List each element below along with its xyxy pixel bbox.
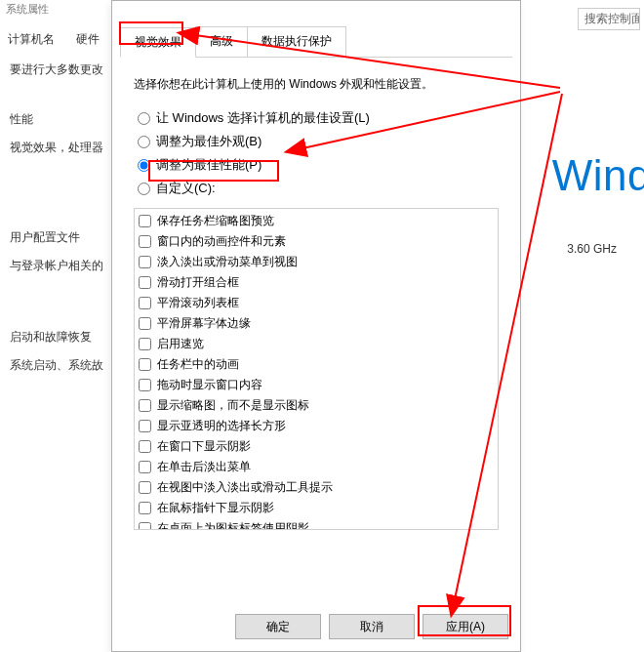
radio-best-appearance-input[interactable] [138,136,150,148]
checkbox-input[interactable] [139,502,151,514]
checkbox-label: 在桌面上为图标标签使用阴影 [157,520,309,530]
checkbox-item[interactable]: 显示亚透明的选择长方形 [139,416,494,436]
checkbox-input[interactable] [139,522,151,530]
checkbox-input[interactable] [139,358,151,371]
windows-brand-text: Wind [552,151,644,200]
checkbox-input[interactable] [139,235,151,248]
bg-title: 系统属性 [6,2,49,17]
checkbox-input[interactable] [139,481,151,494]
bg-group-startup-title: 启动和故障恢复 [10,326,103,348]
checkbox-label: 淡入淡出或滑动菜单到视图 [157,254,298,270]
checkbox-label: 滑动打开组合框 [157,274,239,291]
radio-best-appearance-label: 调整为最佳外观(B) [156,133,262,150]
radio-custom-input[interactable] [138,183,150,195]
bg-tab-computer-name[interactable]: 计算机名 [0,27,62,52]
bg-tab-hardware[interactable]: 硬件 [68,27,107,52]
bg-group-user-title: 用户配置文件 [10,226,103,249]
radio-auto-label: 让 Windows 选择计算机的最佳设置(L) [156,109,370,127]
checkbox-label: 启用速览 [157,336,204,352]
checkbox-item[interactable]: 拖动时显示窗口内容 [139,375,494,395]
checkbox-input[interactable] [139,317,151,330]
radio-custom[interactable]: 自定义(C): [136,177,501,200]
checkbox-item[interactable]: 窗口内的动画控件和元素 [139,231,494,252]
checkbox-input[interactable] [139,440,151,453]
bg-group-user-line: 与登录帐户相关的 [10,255,103,277]
checkbox-input[interactable] [139,297,151,309]
checkbox-label: 在鼠标指针下显示阴影 [157,500,274,516]
radio-best-appearance[interactable]: 调整为最佳外观(B) [136,130,501,153]
checkbox-label: 显示缩略图，而不是显示图标 [157,397,309,414]
checkbox-list[interactable]: 保存任务栏缩略图预览窗口内的动画控件和元素淡入淡出或滑动菜单到视图滑动打开组合框… [134,208,499,530]
checkbox-input[interactable] [139,338,151,350]
checkbox-item[interactable]: 任务栏中的动画 [139,354,494,375]
radio-group: 让 Windows 选择计算机的最佳设置(L) 调整为最佳外观(B) 调整为最佳… [136,106,501,200]
button-bar: 确定 取消 应用(A) [235,614,508,639]
checkbox-input[interactable] [139,461,151,473]
dialog-description: 选择你想在此计算机上使用的 Windows 外观和性能设置。 [134,75,499,93]
cancel-button[interactable]: 取消 [329,614,415,639]
checkbox-input[interactable] [139,399,151,412]
bg-group-performance-title: 性能 [10,108,103,131]
bg-group-performance-line: 视觉效果，处理器 [10,137,103,159]
checkbox-item[interactable]: 在鼠标指针下显示阴影 [139,498,494,518]
checkbox-item[interactable]: 显示缩略图，而不是显示图标 [139,395,494,416]
checkbox-item[interactable]: 淡入淡出或滑动菜单到视图 [139,252,494,272]
checkbox-label: 在单击后淡出菜单 [157,459,251,475]
checkbox-label: 任务栏中的动画 [157,356,239,373]
checkbox-label: 窗口内的动画控件和元素 [157,233,286,250]
apply-button[interactable]: 应用(A) [423,614,508,639]
ok-button[interactable]: 确定 [235,614,321,639]
performance-options-dialog: 性能选项 视觉效果 高级 数据执行保护 选择你想在此计算机上使用的 Window… [111,0,521,652]
checkbox-label: 拖动时显示窗口内容 [157,377,262,393]
checkbox-item[interactable]: 平滑屏幕字体边缘 [139,313,494,334]
checkbox-label: 保存任务栏缩略图预览 [157,213,274,229]
checkbox-item[interactable]: 平滑滚动列表框 [139,293,494,313]
checkbox-item[interactable]: 在视图中淡入淡出或滑动工具提示 [139,477,494,498]
checkbox-input[interactable] [139,215,151,227]
radio-auto[interactable]: 让 Windows 选择计算机的最佳设置(L) [136,106,501,130]
dialog-tabs: 视觉效果 高级 数据执行保护 [120,26,512,58]
tab-visual-effects[interactable]: 视觉效果 [120,27,196,58]
checkbox-input[interactable] [139,379,151,391]
checkbox-item[interactable]: 在桌面上为图标标签使用阴影 [139,518,494,530]
checkbox-item[interactable]: 启用速览 [139,334,494,354]
checkbox-item[interactable]: 在单击后淡出菜单 [139,457,494,477]
checkbox-input[interactable] [139,256,151,268]
search-box[interactable]: 搜索控制面 [578,8,640,30]
dialog-titlebar: 性能选项 [112,1,520,20]
checkbox-input[interactable] [139,420,151,432]
tab-advanced[interactable]: 高级 [195,26,248,57]
radio-best-performance-label: 调整为最佳性能(P) [156,156,262,174]
radio-best-performance[interactable]: 调整为最佳性能(P) [136,153,501,177]
checkbox-item[interactable]: 滑动打开组合框 [139,272,494,293]
checkbox-item[interactable]: 在窗口下显示阴影 [139,436,494,457]
radio-auto-input[interactable] [138,112,150,125]
checkbox-label: 在窗口下显示阴影 [157,438,251,455]
dialog-content: 选择你想在此计算机上使用的 Windows 外观和性能设置。 让 Windows… [112,58,520,536]
checkbox-label: 平滑屏幕字体边缘 [157,315,251,332]
checkbox-label: 在视图中淡入淡出或滑动工具提示 [157,479,333,496]
checkbox-label: 显示亚透明的选择长方形 [157,418,286,434]
bg-line-top: 要进行大多数更改 [10,59,103,81]
cpu-ghz-label: 3.60 GHz [567,242,617,256]
bg-group-startup-line: 系统启动、系统故 [10,354,103,377]
checkbox-item[interactable]: 保存任务栏缩略图预览 [139,211,494,231]
checkbox-label: 平滑滚动列表框 [157,295,239,311]
radio-best-performance-input[interactable] [138,159,150,172]
tab-dep[interactable]: 数据执行保护 [247,26,346,57]
checkbox-input[interactable] [139,276,151,289]
radio-custom-label: 自定义(C): [156,180,216,197]
